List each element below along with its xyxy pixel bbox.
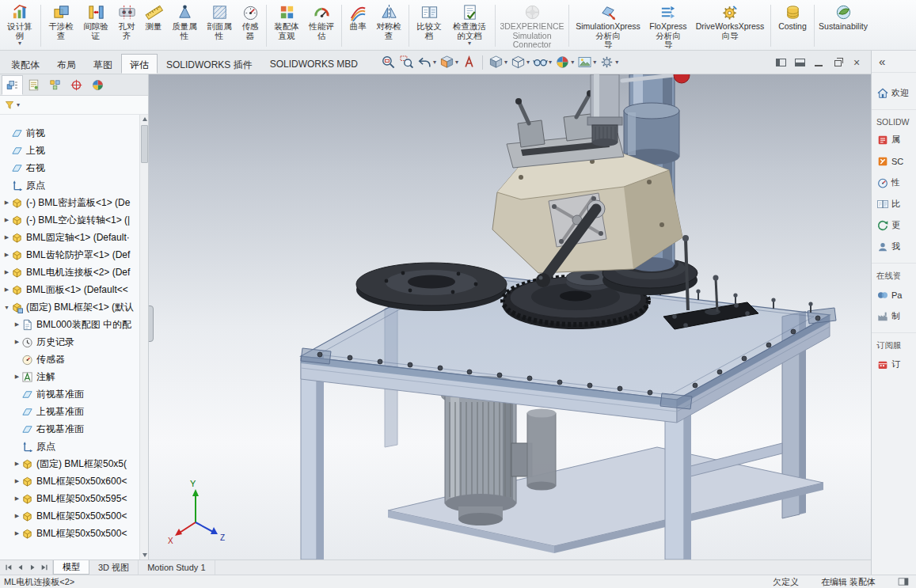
restore-window-icon[interactable] bbox=[828, 54, 847, 71]
hide-show-items-dropdown[interactable]: ▾ bbox=[549, 59, 552, 66]
performance-evaluation-button[interactable]: 性能评 估 bbox=[304, 2, 339, 50]
scroll-tabs-start[interactable] bbox=[2, 562, 14, 573]
tree-scroll-up[interactable] bbox=[140, 115, 149, 123]
displaymanager-tab[interactable] bbox=[87, 75, 108, 95]
tab-评估[interactable]: 评估 bbox=[121, 54, 158, 74]
tree-expander[interactable]: ▼ bbox=[2, 305, 11, 310]
task-pane-item-compare[interactable]: 比 bbox=[872, 193, 916, 214]
minimize-window-icon[interactable] bbox=[809, 54, 828, 71]
view-settings-dropdown[interactable]: ▾ bbox=[615, 59, 618, 66]
tree-expander[interactable]: ▶ bbox=[2, 234, 11, 241]
interference-detection-button[interactable]: 干涉检 查 bbox=[44, 2, 78, 50]
hole-alignment-button[interactable]: 孔对 齐 bbox=[113, 2, 140, 50]
section-view-dropdown[interactable]: ▾ bbox=[455, 59, 458, 66]
compare-documents-button[interactable]: 比较文 档 bbox=[412, 2, 447, 50]
task-pane-item-manufacturers[interactable]: 制 bbox=[872, 305, 916, 327]
driveworksxpress-wizard-button[interactable]: DriveWorksXpress 向导 bbox=[692, 2, 768, 50]
tree-item[interactable]: ▶(-) BML密封盖板<1> (De bbox=[0, 194, 139, 211]
tree-scroll-down[interactable] bbox=[140, 551, 149, 560]
tree-item[interactable]: ▶BML000装配图 中的配 bbox=[0, 316, 139, 333]
model-red-knob[interactable] bbox=[674, 74, 690, 83]
tree-item[interactable]: ▶注解 bbox=[0, 368, 139, 385]
section-properties-button[interactable]: 剖面属 性 bbox=[202, 2, 237, 50]
tree-item[interactable]: 原点 bbox=[0, 438, 139, 455]
check-active-document-dropdown[interactable]: ▾ bbox=[468, 40, 471, 47]
hide-show-items-button[interactable]: ▾ bbox=[531, 53, 553, 72]
bottom-tab-1[interactable]: 3D 视图 bbox=[89, 560, 139, 575]
close-window-icon[interactable]: × bbox=[847, 54, 866, 71]
tree-expander[interactable]: ▶ bbox=[13, 374, 21, 380]
section-view-button[interactable]: ▾ bbox=[438, 53, 460, 72]
tree-item[interactable]: 上视基准面 bbox=[0, 403, 139, 420]
task-pane-item-performance[interactable]: 性 bbox=[872, 172, 916, 193]
previous-view-dropdown[interactable]: ▾ bbox=[433, 59, 436, 66]
tree-item[interactable]: 前视 bbox=[0, 124, 139, 142]
apply-scene-button[interactable]: ▾ bbox=[576, 53, 598, 72]
task-pane-item-properties[interactable]: 属 bbox=[872, 129, 916, 150]
propertymanager-tab[interactable] bbox=[23, 75, 44, 95]
design-study-button[interactable]: 设计算 例▾ bbox=[2, 2, 38, 50]
mass-properties-button[interactable]: 质量属 性 bbox=[167, 2, 202, 50]
tree-item[interactable]: 原点 bbox=[0, 176, 139, 194]
task-pane-item-subscription[interactable]: 订 bbox=[872, 354, 916, 375]
scroll-tabs-next[interactable] bbox=[26, 562, 38, 573]
symmetry-check-button[interactable]: 对称检 查 bbox=[371, 2, 406, 50]
tree-expander[interactable]: ▶ bbox=[13, 495, 21, 502]
simulationxpress-wizard-button[interactable]: SimulationXpress 分析向 导 bbox=[572, 2, 644, 50]
configurationmanager-tab[interactable] bbox=[44, 75, 66, 95]
measure-button[interactable]: 测量 bbox=[140, 2, 167, 50]
clearance-verification-button[interactable]: 间隙验 证 bbox=[78, 2, 113, 50]
tree-item[interactable]: ▶BML面板<1> (Default<< bbox=[0, 281, 139, 298]
tree-item[interactable]: ▶BML固定轴<1> (Default· bbox=[0, 229, 139, 246]
zoom-to-area-button[interactable] bbox=[397, 53, 416, 72]
tree-item[interactable]: ▶BML框架50x50x600< bbox=[0, 472, 139, 490]
panel-splitter[interactable] bbox=[149, 305, 154, 342]
bottom-tab-0[interactable]: 模型 bbox=[53, 560, 89, 575]
model-ring-plate[interactable] bbox=[356, 263, 507, 311]
tree-expander[interactable]: ▶ bbox=[13, 339, 21, 345]
assembly-visualization-button[interactable]: 装配体 直观 bbox=[269, 2, 304, 50]
task-pane-item-welcome[interactable]: 欢迎 bbox=[872, 82, 916, 104]
tree-item[interactable]: 传感器 bbox=[0, 351, 139, 368]
tree-item[interactable]: ▶BML框架50x50x500< bbox=[0, 507, 139, 525]
tree-expander[interactable]: ▶ bbox=[13, 513, 21, 519]
tree-expander[interactable]: ▶ bbox=[13, 461, 21, 467]
tree-scroll-thumb[interactable] bbox=[141, 125, 148, 163]
scroll-tabs-prev[interactable] bbox=[14, 562, 26, 573]
tree-filter-row[interactable]: ▾ bbox=[0, 96, 148, 115]
3dexperience-simulation-connector-button[interactable]: 3DEXPERIENCE Simulation Connector bbox=[498, 2, 566, 50]
task-pane-item-partner-solutions[interactable]: Pa bbox=[872, 284, 916, 305]
tab-装配体[interactable]: 装配体 bbox=[2, 54, 48, 74]
task-pane-collapse[interactable]: « bbox=[872, 51, 916, 73]
tab-布局[interactable]: 布局 bbox=[48, 54, 85, 74]
model-gearbox-cylinder[interactable] bbox=[527, 409, 556, 491]
tile-window-icon[interactable] bbox=[771, 54, 790, 71]
orientation-triad[interactable]: Y X Z bbox=[168, 479, 225, 545]
tree-item[interactable]: ▶(-) BML空心旋转轴<1> (| bbox=[0, 211, 139, 229]
edit-appearance-dropdown[interactable]: ▾ bbox=[571, 59, 574, 66]
tab-solidworks-插件[interactable]: SOLIDWORKS 插件 bbox=[158, 54, 261, 74]
statusbar-taskpane-icon[interactable] bbox=[898, 577, 909, 586]
view-settings-button[interactable]: ▾ bbox=[598, 53, 620, 72]
tab-草图[interactable]: 草图 bbox=[85, 54, 121, 74]
scroll-tabs-end[interactable] bbox=[38, 562, 50, 573]
view-orientation-dropdown[interactable]: ▾ bbox=[504, 59, 507, 66]
tree-expander[interactable]: ▶ bbox=[2, 269, 11, 275]
tree-item[interactable]: 右视基准面 bbox=[0, 420, 139, 438]
curvature-button[interactable]: 曲率 bbox=[344, 2, 371, 50]
tree-item[interactable]: ▶BML框架50x50x595< bbox=[0, 490, 139, 507]
tree-item[interactable]: ▶BML齿轮防护罩<1> (Def bbox=[0, 246, 139, 264]
check-active-document-button[interactable]: 检查激活 的文档▾ bbox=[447, 2, 492, 50]
task-pane-item-updates[interactable]: 更 bbox=[872, 214, 916, 236]
tree-expander[interactable]: ▶ bbox=[2, 199, 11, 206]
tree-item[interactable]: ▼(固定) BML框架<1> (默认 bbox=[0, 298, 139, 316]
previous-view-button[interactable]: ▾ bbox=[416, 53, 438, 72]
tree-expander[interactable]: ▶ bbox=[13, 321, 21, 328]
edit-appearance-button[interactable]: ▾ bbox=[553, 53, 576, 72]
zoom-to-fit-button[interactable] bbox=[379, 53, 397, 72]
tree-item[interactable]: ▶BML框架50x50x500< bbox=[0, 525, 139, 542]
tree-item[interactable]: 上视 bbox=[0, 142, 139, 159]
sensor-button[interactable]: 传感 器 bbox=[237, 2, 264, 50]
tree-expander[interactable]: ▶ bbox=[13, 478, 21, 484]
filter-dropdown[interactable]: ▾ bbox=[17, 102, 20, 108]
